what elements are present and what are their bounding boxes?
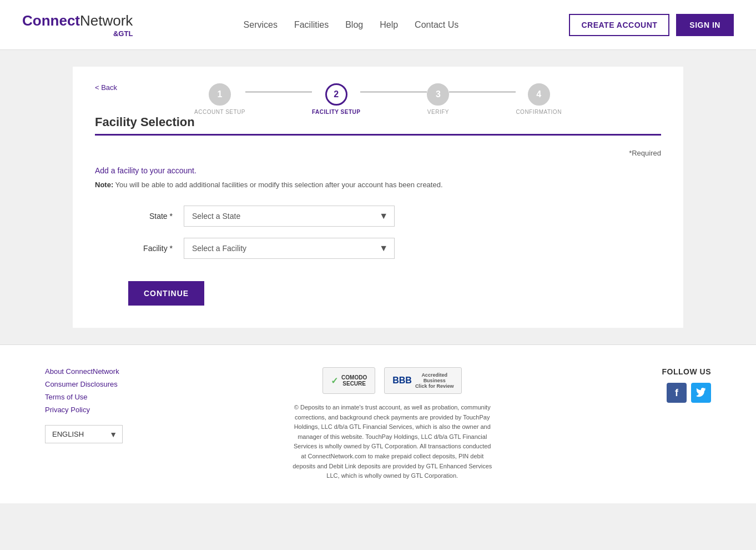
bbb-text: AccreditedBusinessClick for Review bbox=[415, 372, 454, 389]
site-header: ConnectNetwork &GTL Services Facilities … bbox=[0, 0, 756, 50]
nav-help[interactable]: Help bbox=[380, 20, 398, 30]
nav-services[interactable]: Services bbox=[244, 20, 278, 30]
note-label: Note: bbox=[95, 181, 113, 189]
facility-form: State * Select a State ▼ Facility * Sele… bbox=[95, 206, 661, 306]
top-bar: < Back 1 ACCOUNT SETUP 2 FACILITY SETUP bbox=[95, 83, 661, 115]
footer-links: About ConnectNetwork Consumer Disclosure… bbox=[45, 367, 123, 414]
logo-text: ConnectNetwork bbox=[22, 12, 133, 29]
facility-label: Facility * bbox=[128, 244, 173, 253]
footer-link-privacy[interactable]: Privacy Policy bbox=[45, 406, 123, 414]
back-link[interactable]: < Back bbox=[95, 83, 117, 92]
info-text: Add a facility to your account. bbox=[95, 166, 661, 175]
social-icons: f bbox=[662, 383, 712, 403]
comodo-badge: ✓ COMODOSECURE bbox=[322, 367, 375, 394]
main-nav: Services Facilities Blog Help Contact Us bbox=[244, 20, 459, 30]
facility-select[interactable]: Select a Facility bbox=[184, 238, 395, 259]
state-label: State * bbox=[128, 212, 173, 221]
footer-links-section: About ConnectNetwork Consumer Disclosure… bbox=[45, 367, 123, 443]
page-title: Facility Selection bbox=[95, 115, 661, 129]
step-2-circle: 2 bbox=[325, 83, 347, 106]
step-4-circle: 4 bbox=[528, 83, 550, 106]
create-account-button[interactable]: CREATE ACCOUNT bbox=[569, 14, 669, 36]
progress-steps: 1 ACCOUNT SETUP 2 FACILITY SETUP 3 VERIF… bbox=[194, 83, 562, 115]
state-row: State * Select a State ▼ bbox=[128, 206, 661, 227]
bbb-badge: BBB AccreditedBusinessClick for Review bbox=[384, 367, 462, 394]
site-footer: About ConnectNetwork Consumer Disclosure… bbox=[0, 344, 756, 503]
language-select-wrapper: ENGLISH ESPAÑOL ▼ bbox=[45, 425, 123, 443]
nav-blog[interactable]: Blog bbox=[345, 20, 363, 30]
nav-facilities[interactable]: Facilities bbox=[294, 20, 329, 30]
step-line-2-3 bbox=[360, 91, 427, 93]
step-3-label: VERIFY bbox=[427, 109, 449, 115]
footer-link-disclosures[interactable]: Consumer Disclosures bbox=[45, 380, 123, 388]
note-body: You will be able to add additional facil… bbox=[115, 181, 443, 189]
step-3: 3 VERIFY bbox=[427, 83, 449, 115]
continue-button[interactable]: CONTINUE bbox=[128, 281, 204, 306]
state-select-wrapper: Select a State ▼ bbox=[184, 206, 395, 227]
facebook-icon[interactable]: f bbox=[667, 383, 687, 403]
facility-select-wrapper: Select a Facility ▼ bbox=[184, 238, 395, 259]
step-1-circle: 1 bbox=[209, 83, 231, 106]
step-4: 4 CONFIRMATION bbox=[516, 83, 561, 115]
footer-link-about[interactable]: About ConnectNetwork bbox=[45, 367, 123, 376]
footer-legal-text: © Deposits to an inmate's trust account,… bbox=[293, 403, 492, 481]
back-link-container: < Back bbox=[95, 83, 117, 103]
required-note: *Required bbox=[95, 149, 661, 157]
logo-sub: &GTL bbox=[22, 29, 133, 38]
language-select[interactable]: ENGLISH ESPAÑOL bbox=[45, 425, 123, 443]
logo: ConnectNetwork &GTL bbox=[22, 12, 133, 38]
content-box: < Back 1 ACCOUNT SETUP 2 FACILITY SETUP bbox=[73, 67, 683, 328]
step-2: 2 FACILITY SETUP bbox=[312, 83, 360, 115]
step-2-label: FACILITY SETUP bbox=[312, 109, 360, 115]
logo-bold: Connect bbox=[22, 12, 80, 29]
footer-right: FOLLOW US f bbox=[662, 367, 712, 403]
comodo-icon: ✓ bbox=[331, 376, 338, 386]
step-1-label: ACCOUNT SETUP bbox=[194, 109, 245, 115]
footer-link-terms[interactable]: Terms of Use bbox=[45, 393, 123, 401]
step-1: 1 ACCOUNT SETUP bbox=[194, 83, 245, 115]
comodo-text: COMODOSECURE bbox=[341, 374, 367, 387]
follow-us-label: FOLLOW US bbox=[662, 367, 712, 376]
title-divider bbox=[95, 134, 661, 136]
note-text: Note: You will be able to add additional… bbox=[95, 181, 661, 189]
sign-in-button[interactable]: SIGN IN bbox=[676, 14, 734, 36]
header-buttons: CREATE ACCOUNT SIGN IN bbox=[569, 14, 734, 36]
step-line-1-2 bbox=[245, 91, 312, 93]
step-4-label: CONFIRMATION bbox=[516, 109, 561, 115]
state-select[interactable]: Select a State bbox=[184, 206, 395, 227]
main-wrapper: < Back 1 ACCOUNT SETUP 2 FACILITY SETUP bbox=[0, 50, 756, 344]
logo-normal: Network bbox=[80, 12, 133, 29]
twitter-icon[interactable] bbox=[691, 383, 711, 403]
facility-row: Facility * Select a Facility ▼ bbox=[128, 238, 661, 259]
footer-badges: ✓ COMODOSECURE BBB AccreditedBusinessCli… bbox=[293, 367, 492, 394]
footer-center: ✓ COMODOSECURE BBB AccreditedBusinessCli… bbox=[293, 367, 492, 481]
step-3-circle: 3 bbox=[427, 83, 449, 106]
footer-inner: About ConnectNetwork Consumer Disclosure… bbox=[45, 367, 711, 481]
bbb-icon: BBB bbox=[392, 376, 412, 386]
step-line-3-4 bbox=[449, 91, 516, 93]
nav-contact-us[interactable]: Contact Us bbox=[415, 20, 458, 30]
progress-wrapper: 1 ACCOUNT SETUP 2 FACILITY SETUP 3 VERIF… bbox=[95, 83, 661, 115]
